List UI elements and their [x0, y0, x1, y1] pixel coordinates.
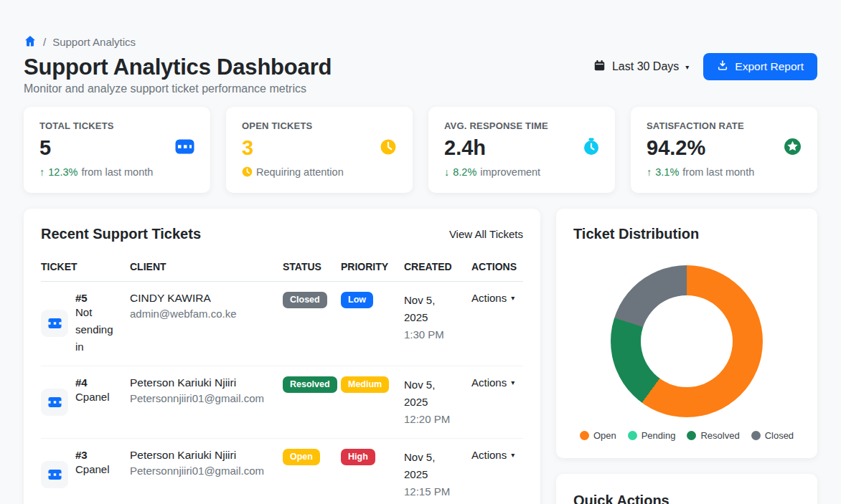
legend-item-resolved[interactable]: Resolved	[687, 430, 739, 441]
table-row: #3 Cpanel Peterson Kariuki Njiiri Peters…	[41, 439, 523, 504]
ticket-subject: Cpanel	[75, 461, 121, 478]
stat-value: 2.4h	[444, 137, 486, 160]
ticket-subject: Cpanel	[75, 389, 121, 406]
legend-dot	[628, 431, 637, 440]
view-all-tickets-link[interactable]: View All Tickets	[449, 228, 523, 240]
chart-legend: Open Pending Resolved Closed	[573, 430, 800, 441]
stat-delta: Requiring attention	[242, 166, 397, 178]
breadcrumb-current: Support Analytics	[52, 36, 136, 48]
stat-label: OPEN TICKETS	[242, 120, 397, 131]
arrow-down-icon: ↓	[444, 166, 449, 178]
client-name: Peterson Kariuki Njiiri	[130, 449, 283, 462]
export-report-button[interactable]: Export Report	[703, 53, 817, 80]
stat-card-open-tickets: OPEN TICKETS 3 Requiring attention	[226, 107, 413, 193]
stat-label: AVG. RESPONSE TIME	[444, 120, 599, 131]
chevron-down-icon: ▾	[685, 63, 689, 71]
created-cell: Nov 5, 2025 12:15 PM	[404, 449, 471, 500]
legend-item-closed[interactable]: Closed	[751, 430, 794, 441]
table-header-row: TICKET CLIENT STATUS PRIORITY CREATED AC…	[41, 261, 523, 282]
client-email: Petersonnjiiri01@gmail.com	[130, 465, 283, 477]
client-name: Peterson Kariuki Njiiri	[130, 376, 283, 389]
column-header-status: STATUS	[283, 261, 341, 272]
stat-value: 3	[242, 137, 253, 160]
stat-delta: ↓ 8.2% improvement	[444, 166, 599, 178]
breadcrumb-separator: /	[43, 36, 46, 48]
calendar-icon	[593, 60, 606, 75]
ticket-distribution-card: Ticket Distribution Open Pending Resolve…	[556, 209, 817, 458]
breadcrumb: / Support Analytics	[24, 34, 332, 49]
ticket-icon	[41, 389, 68, 416]
page-title: Support Analytics Dashboard	[24, 54, 332, 80]
column-header-priority: PRIORITY	[341, 261, 404, 272]
priority-badge: Low	[341, 292, 373, 308]
ticket-icon	[175, 138, 194, 158]
ticket-id: #3	[75, 449, 121, 461]
ticket-id: #4	[75, 376, 121, 389]
star-icon	[784, 138, 802, 158]
chevron-down-icon: ▾	[511, 451, 515, 459]
priority-badge: Medium	[341, 376, 389, 393]
arrow-up-icon: ↑	[39, 166, 44, 178]
chevron-down-icon: ▾	[511, 379, 515, 386]
table-row: #5 Not sending in CINDY KAWIRA admin@web…	[41, 282, 523, 366]
stat-value: 94.2%	[647, 137, 705, 160]
stat-value: 5	[39, 137, 51, 160]
legend-item-pending[interactable]: Pending	[628, 430, 676, 441]
column-header-client: CLIENT	[130, 261, 283, 272]
ticket-distribution-title: Ticket Distribution	[573, 226, 800, 242]
created-cell: Nov 5, 2025 1:30 PM	[404, 292, 471, 356]
stat-card-satisfaction-rate: SATISFACTION RATE 94.2% ↑ 3.1% from last…	[631, 107, 817, 193]
clock-icon	[242, 166, 253, 177]
legend-dot	[751, 431, 761, 440]
ticket-distribution-donut	[611, 265, 763, 417]
legend-dot	[580, 431, 589, 440]
client-email: Petersonnjiiri01@gmail.com	[130, 392, 283, 404]
stat-card-total-tickets: TOTAL TICKETS 5 ↑ 12.3% from last month	[24, 107, 210, 193]
clock-icon	[380, 138, 397, 158]
status-badge: Resolved	[283, 376, 337, 393]
actions-dropdown[interactable]: Actions▾	[471, 449, 515, 461]
status-badge: Open	[283, 449, 320, 465]
created-cell: Nov 5, 2025 12:20 PM	[404, 376, 471, 428]
header-left: / Support Analytics Support Analytics Da…	[24, 34, 332, 95]
page-header: / Support Analytics Support Analytics Da…	[24, 34, 817, 95]
header-controls: Last 30 Days ▾ Export Report	[593, 53, 817, 80]
export-report-label: Export Report	[735, 60, 804, 73]
legend-dot	[687, 431, 696, 440]
arrow-up-icon: ↑	[647, 166, 652, 178]
right-column: Ticket Distribution Open Pending Resolve…	[556, 209, 817, 504]
priority-badge: High	[341, 449, 375, 465]
recent-tickets-card: Recent Support Tickets View All Tickets …	[24, 209, 540, 504]
stat-label: TOTAL TICKETS	[39, 120, 194, 131]
client-name: CINDY KAWIRA	[130, 292, 283, 305]
ticket-subject: Not sending in	[75, 304, 121, 356]
recent-tickets-title: Recent Support Tickets	[41, 226, 201, 242]
client-email: admin@webfam.co.ke	[130, 308, 283, 320]
home-icon[interactable]	[24, 34, 37, 49]
quick-actions-card: Quick Actions	[556, 474, 817, 504]
column-header-ticket: TICKET	[41, 261, 130, 272]
stopwatch-icon	[583, 138, 599, 158]
column-header-created: CREATED	[404, 261, 471, 272]
stats-row: TOTAL TICKETS 5 ↑ 12.3% from last month …	[24, 107, 817, 193]
download-icon	[717, 60, 728, 74]
column-header-actions: ACTIONS	[471, 261, 523, 272]
stat-card-avg-response-time: AVG. RESPONSE TIME 2.4h ↓ 8.2% improveme…	[428, 107, 615, 193]
actions-dropdown[interactable]: Actions▾	[471, 376, 515, 389]
actions-dropdown[interactable]: Actions▾	[471, 292, 515, 304]
dashboard-page: / Support Analytics Support Analytics Da…	[0, 0, 841, 504]
date-range-label: Last 30 Days	[612, 60, 679, 73]
date-range-dropdown[interactable]: Last 30 Days ▾	[593, 60, 689, 75]
ticket-icon	[41, 310, 68, 337]
chevron-down-icon: ▾	[511, 294, 515, 302]
tickets-table: TICKET CLIENT STATUS PRIORITY CREATED AC…	[41, 261, 523, 504]
stat-label: SATISFACTION RATE	[647, 120, 802, 131]
legend-item-open[interactable]: Open	[580, 430, 616, 441]
page-subtitle: Monitor and analyze support ticket perfo…	[24, 82, 332, 95]
ticket-id: #5	[75, 292, 121, 304]
status-badge: Closed	[283, 292, 327, 308]
quick-actions-title: Quick Actions	[573, 493, 800, 504]
table-row: #4 Cpanel Peterson Kariuki Njiiri Peters…	[41, 366, 523, 439]
stat-delta: ↑ 3.1% from last month	[647, 166, 802, 178]
ticket-icon	[41, 461, 68, 488]
